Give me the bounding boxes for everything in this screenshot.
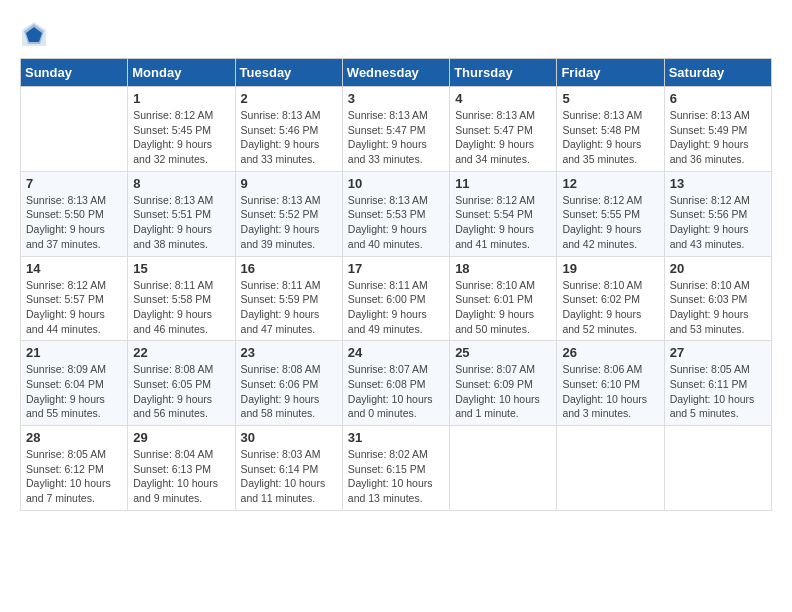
day-info: Sunrise: 8:09 AMSunset: 6:04 PMDaylight:…: [26, 362, 122, 421]
day-cell: 11Sunrise: 8:12 AMSunset: 5:54 PMDayligh…: [450, 171, 557, 256]
weekday-header-monday: Monday: [128, 59, 235, 87]
day-info: Sunrise: 8:13 AMSunset: 5:47 PMDaylight:…: [455, 108, 551, 167]
day-number: 22: [133, 345, 229, 360]
day-info: Sunrise: 8:10 AMSunset: 6:01 PMDaylight:…: [455, 278, 551, 337]
day-info: Sunrise: 8:10 AMSunset: 6:02 PMDaylight:…: [562, 278, 658, 337]
day-info: Sunrise: 8:13 AMSunset: 5:53 PMDaylight:…: [348, 193, 444, 252]
day-info: Sunrise: 8:06 AMSunset: 6:10 PMDaylight:…: [562, 362, 658, 421]
day-cell: 23Sunrise: 8:08 AMSunset: 6:06 PMDayligh…: [235, 341, 342, 426]
day-number: 14: [26, 261, 122, 276]
logo-icon: [20, 20, 48, 48]
day-info: Sunrise: 8:05 AMSunset: 6:11 PMDaylight:…: [670, 362, 766, 421]
day-info: Sunrise: 8:12 AMSunset: 5:45 PMDaylight:…: [133, 108, 229, 167]
day-cell: 31Sunrise: 8:02 AMSunset: 6:15 PMDayligh…: [342, 426, 449, 511]
day-info: Sunrise: 8:13 AMSunset: 5:52 PMDaylight:…: [241, 193, 337, 252]
weekday-header-tuesday: Tuesday: [235, 59, 342, 87]
day-info: Sunrise: 8:13 AMSunset: 5:48 PMDaylight:…: [562, 108, 658, 167]
week-row-2: 7Sunrise: 8:13 AMSunset: 5:50 PMDaylight…: [21, 171, 772, 256]
day-cell: 22Sunrise: 8:08 AMSunset: 6:05 PMDayligh…: [128, 341, 235, 426]
week-row-4: 21Sunrise: 8:09 AMSunset: 6:04 PMDayligh…: [21, 341, 772, 426]
weekday-header-wednesday: Wednesday: [342, 59, 449, 87]
day-info: Sunrise: 8:07 AMSunset: 6:09 PMDaylight:…: [455, 362, 551, 421]
day-info: Sunrise: 8:07 AMSunset: 6:08 PMDaylight:…: [348, 362, 444, 421]
day-number: 15: [133, 261, 229, 276]
week-row-1: 1Sunrise: 8:12 AMSunset: 5:45 PMDaylight…: [21, 87, 772, 172]
day-number: 21: [26, 345, 122, 360]
day-info: Sunrise: 8:12 AMSunset: 5:56 PMDaylight:…: [670, 193, 766, 252]
day-info: Sunrise: 8:10 AMSunset: 6:03 PMDaylight:…: [670, 278, 766, 337]
day-number: 8: [133, 176, 229, 191]
day-number: 7: [26, 176, 122, 191]
day-cell: [21, 87, 128, 172]
day-info: Sunrise: 8:13 AMSunset: 5:49 PMDaylight:…: [670, 108, 766, 167]
logo: [20, 20, 52, 48]
day-number: 19: [562, 261, 658, 276]
day-info: Sunrise: 8:13 AMSunset: 5:47 PMDaylight:…: [348, 108, 444, 167]
day-cell: 26Sunrise: 8:06 AMSunset: 6:10 PMDayligh…: [557, 341, 664, 426]
weekday-header-friday: Friday: [557, 59, 664, 87]
day-number: 31: [348, 430, 444, 445]
day-number: 24: [348, 345, 444, 360]
day-number: 30: [241, 430, 337, 445]
day-cell: 8Sunrise: 8:13 AMSunset: 5:51 PMDaylight…: [128, 171, 235, 256]
day-cell: 6Sunrise: 8:13 AMSunset: 5:49 PMDaylight…: [664, 87, 771, 172]
day-cell: 30Sunrise: 8:03 AMSunset: 6:14 PMDayligh…: [235, 426, 342, 511]
day-number: 2: [241, 91, 337, 106]
day-number: 26: [562, 345, 658, 360]
day-cell: 10Sunrise: 8:13 AMSunset: 5:53 PMDayligh…: [342, 171, 449, 256]
day-number: 27: [670, 345, 766, 360]
day-cell: 5Sunrise: 8:13 AMSunset: 5:48 PMDaylight…: [557, 87, 664, 172]
day-info: Sunrise: 8:04 AMSunset: 6:13 PMDaylight:…: [133, 447, 229, 506]
day-cell: 15Sunrise: 8:11 AMSunset: 5:58 PMDayligh…: [128, 256, 235, 341]
day-cell: 1Sunrise: 8:12 AMSunset: 5:45 PMDaylight…: [128, 87, 235, 172]
day-cell: 2Sunrise: 8:13 AMSunset: 5:46 PMDaylight…: [235, 87, 342, 172]
day-info: Sunrise: 8:11 AMSunset: 5:59 PMDaylight:…: [241, 278, 337, 337]
day-cell: [664, 426, 771, 511]
day-cell: 13Sunrise: 8:12 AMSunset: 5:56 PMDayligh…: [664, 171, 771, 256]
day-number: 10: [348, 176, 444, 191]
day-number: 6: [670, 91, 766, 106]
day-cell: 28Sunrise: 8:05 AMSunset: 6:12 PMDayligh…: [21, 426, 128, 511]
day-number: 17: [348, 261, 444, 276]
day-cell: 16Sunrise: 8:11 AMSunset: 5:59 PMDayligh…: [235, 256, 342, 341]
day-cell: 24Sunrise: 8:07 AMSunset: 6:08 PMDayligh…: [342, 341, 449, 426]
day-info: Sunrise: 8:05 AMSunset: 6:12 PMDaylight:…: [26, 447, 122, 506]
day-info: Sunrise: 8:12 AMSunset: 5:57 PMDaylight:…: [26, 278, 122, 337]
day-cell: [557, 426, 664, 511]
day-info: Sunrise: 8:02 AMSunset: 6:15 PMDaylight:…: [348, 447, 444, 506]
day-number: 1: [133, 91, 229, 106]
day-info: Sunrise: 8:12 AMSunset: 5:55 PMDaylight:…: [562, 193, 658, 252]
day-number: 5: [562, 91, 658, 106]
day-info: Sunrise: 8:12 AMSunset: 5:54 PMDaylight:…: [455, 193, 551, 252]
day-cell: [450, 426, 557, 511]
day-cell: 29Sunrise: 8:04 AMSunset: 6:13 PMDayligh…: [128, 426, 235, 511]
day-number: 16: [241, 261, 337, 276]
day-number: 9: [241, 176, 337, 191]
calendar-table: SundayMondayTuesdayWednesdayThursdayFrid…: [20, 58, 772, 511]
day-cell: 3Sunrise: 8:13 AMSunset: 5:47 PMDaylight…: [342, 87, 449, 172]
day-number: 20: [670, 261, 766, 276]
day-number: 11: [455, 176, 551, 191]
day-number: 4: [455, 91, 551, 106]
day-number: 23: [241, 345, 337, 360]
day-cell: 27Sunrise: 8:05 AMSunset: 6:11 PMDayligh…: [664, 341, 771, 426]
weekday-header-thursday: Thursday: [450, 59, 557, 87]
page-header: [20, 20, 772, 48]
day-number: 13: [670, 176, 766, 191]
day-number: 3: [348, 91, 444, 106]
day-info: Sunrise: 8:11 AMSunset: 6:00 PMDaylight:…: [348, 278, 444, 337]
day-cell: 19Sunrise: 8:10 AMSunset: 6:02 PMDayligh…: [557, 256, 664, 341]
day-info: Sunrise: 8:13 AMSunset: 5:50 PMDaylight:…: [26, 193, 122, 252]
day-info: Sunrise: 8:08 AMSunset: 6:05 PMDaylight:…: [133, 362, 229, 421]
day-info: Sunrise: 8:13 AMSunset: 5:51 PMDaylight:…: [133, 193, 229, 252]
weekday-header-row: SundayMondayTuesdayWednesdayThursdayFrid…: [21, 59, 772, 87]
weekday-header-saturday: Saturday: [664, 59, 771, 87]
day-cell: 7Sunrise: 8:13 AMSunset: 5:50 PMDaylight…: [21, 171, 128, 256]
day-info: Sunrise: 8:03 AMSunset: 6:14 PMDaylight:…: [241, 447, 337, 506]
day-cell: 12Sunrise: 8:12 AMSunset: 5:55 PMDayligh…: [557, 171, 664, 256]
weekday-header-sunday: Sunday: [21, 59, 128, 87]
day-cell: 25Sunrise: 8:07 AMSunset: 6:09 PMDayligh…: [450, 341, 557, 426]
day-cell: 4Sunrise: 8:13 AMSunset: 5:47 PMDaylight…: [450, 87, 557, 172]
day-number: 28: [26, 430, 122, 445]
week-row-3: 14Sunrise: 8:12 AMSunset: 5:57 PMDayligh…: [21, 256, 772, 341]
